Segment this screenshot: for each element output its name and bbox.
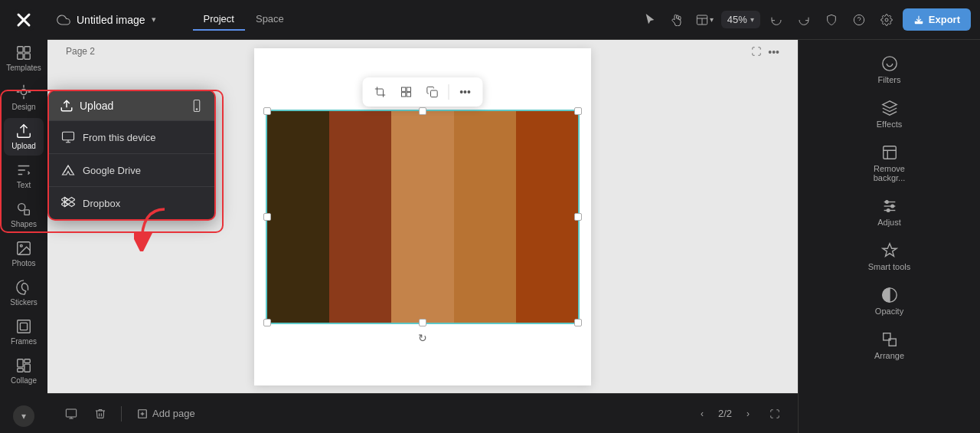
- export-label: Export: [929, 14, 960, 25]
- topbar-tabs: Project Space: [193, 8, 295, 31]
- sidebar-item-collage[interactable]: Collage: [4, 353, 44, 390]
- sidebar-item-stickers[interactable]: Stickers: [4, 274, 44, 312]
- svg-point-54: [890, 205, 893, 208]
- project-tab[interactable]: Project: [193, 8, 245, 31]
- more-page-btn[interactable]: •••: [768, 46, 779, 60]
- zoom-value: 45%: [727, 14, 747, 25]
- zoom-chevron-icon: ▾: [750, 15, 754, 24]
- prev-page-btn[interactable]: ‹: [692, 404, 712, 424]
- handle-bot-right[interactable]: [574, 319, 582, 326]
- handle-top-right[interactable]: [574, 107, 582, 115]
- opacity-icon: [881, 287, 898, 303]
- svg-rect-15: [18, 359, 23, 367]
- image-toolbar: •••: [363, 77, 483, 107]
- from-device-label: From this device: [83, 132, 155, 143]
- svg-rect-40: [407, 92, 410, 96]
- smart-tools-icon: [881, 242, 898, 259]
- effects-icon: [881, 100, 898, 116]
- right-panel: Filters Effects Remove backgr... Adjust …: [798, 40, 980, 433]
- settings-btn[interactable]: [875, 8, 898, 31]
- selected-image[interactable]: ••• ↻: [266, 110, 580, 324]
- right-panel-effects[interactable]: Effects: [859, 93, 920, 135]
- sidebar-item-templates[interactable]: Templates: [4, 40, 44, 77]
- sidebar-collapse-btn[interactable]: ▾: [13, 405, 34, 427]
- copy-tool-btn[interactable]: [421, 80, 444, 103]
- delete-page-btn[interactable]: [89, 402, 112, 425]
- cloud-save-icon: [57, 13, 70, 27]
- upload-dropbox-item[interactable]: Dropbox: [49, 186, 214, 219]
- right-panel-remove-bg[interactable]: Remove backgr...: [859, 138, 920, 189]
- svg-rect-42: [66, 409, 76, 417]
- more-options-btn[interactable]: •••: [454, 80, 477, 103]
- templates-icon: [15, 44, 32, 61]
- next-page-btn[interactable]: ›: [738, 404, 758, 424]
- page-thumb-btn[interactable]: [60, 402, 83, 425]
- monitor-icon: [61, 130, 75, 144]
- fullscreen-btn[interactable]: [764, 403, 786, 425]
- handle-mid-left[interactable]: [263, 213, 271, 221]
- photos-icon: [15, 240, 32, 257]
- grid-tool-btn[interactable]: [395, 80, 418, 103]
- adjust-label: Adjust: [877, 218, 901, 227]
- add-page-btn[interactable]: Add page: [131, 405, 201, 422]
- add-page-label: Add page: [152, 408, 195, 419]
- right-panel-smart-tools[interactable]: Smart tools: [859, 236, 920, 277]
- svg-point-35: [885, 18, 888, 21]
- handle-mid-right[interactable]: [574, 213, 582, 221]
- color-strip-3: [391, 111, 453, 323]
- sidebar-item-photos[interactable]: Photos: [4, 235, 44, 273]
- crop-tool-btn[interactable]: [369, 80, 392, 103]
- right-panel-opacity[interactable]: Opacity: [859, 280, 920, 322]
- title-chevron-icon[interactable]: ▾: [152, 15, 156, 25]
- topbar: Untitled image ▾ Project Space ▾: [47, 0, 980, 40]
- adjust-icon: [881, 198, 898, 215]
- collage-icon: [15, 357, 32, 374]
- svg-point-12: [20, 244, 22, 247]
- redo-btn[interactable]: [792, 8, 815, 31]
- canvas-page: ••• ↻: [254, 48, 591, 385]
- color-strip-5: [516, 111, 578, 323]
- undo-btn[interactable]: [765, 8, 788, 31]
- upload-phone-btn[interactable]: [190, 99, 204, 113]
- svg-rect-38: [407, 87, 410, 91]
- expand-page-btn[interactable]: [751, 46, 762, 60]
- rotate-handle[interactable]: ↻: [415, 330, 430, 346]
- right-panel-filters[interactable]: Filters: [859, 49, 920, 90]
- help-btn[interactable]: [848, 8, 871, 31]
- sidebar-item-design[interactable]: Design: [4, 79, 44, 116]
- sidebar-item-upload[interactable]: Upload: [4, 118, 44, 156]
- frames-icon: [15, 318, 32, 335]
- space-tab[interactable]: Space: [245, 8, 295, 31]
- sidebar-bottom: ▾: [13, 402, 34, 427]
- zoom-control[interactable]: 45% ▾: [721, 11, 760, 28]
- dropbox-icon: [61, 196, 75, 210]
- sidebar-item-text[interactable]: Text: [4, 157, 44, 195]
- upload-icon: [15, 123, 32, 139]
- handle-bot-left[interactable]: [263, 319, 271, 326]
- layout-tool-btn[interactable]: ▾: [694, 8, 717, 31]
- handle-top-mid[interactable]: [419, 107, 426, 115]
- handle-top-left[interactable]: [263, 107, 271, 115]
- svg-point-33: [854, 15, 864, 25]
- right-panel-arrange[interactable]: Arrange: [859, 325, 920, 366]
- remove-bg-label: Remove backgr...: [864, 164, 916, 182]
- sidebar-item-frames[interactable]: Frames: [4, 313, 44, 351]
- handle-bot-mid[interactable]: [419, 319, 426, 326]
- svg-rect-22: [63, 132, 74, 140]
- pointer-tool-btn[interactable]: [639, 8, 662, 31]
- svg-point-9: [18, 204, 25, 211]
- add-page-icon: [137, 408, 148, 419]
- sidebar-item-photos-label: Photos: [11, 259, 35, 268]
- upload-google-drive-item[interactable]: Google Drive: [49, 153, 214, 186]
- upload-panel-header: Upload: [49, 91, 214, 120]
- drive-icon: [61, 163, 75, 177]
- svg-rect-3: [18, 47, 23, 52]
- shield-btn[interactable]: [820, 8, 843, 31]
- hand-tool-btn[interactable]: [666, 8, 689, 31]
- upload-main-btn[interactable]: Upload: [60, 99, 113, 113]
- app-logo[interactable]: [10, 6, 38, 34]
- export-btn[interactable]: Export: [903, 8, 971, 31]
- upload-from-device-item[interactable]: From this device: [49, 120, 214, 153]
- right-panel-adjust[interactable]: Adjust: [859, 192, 920, 233]
- sidebar-item-shapes[interactable]: Shapes: [4, 196, 44, 234]
